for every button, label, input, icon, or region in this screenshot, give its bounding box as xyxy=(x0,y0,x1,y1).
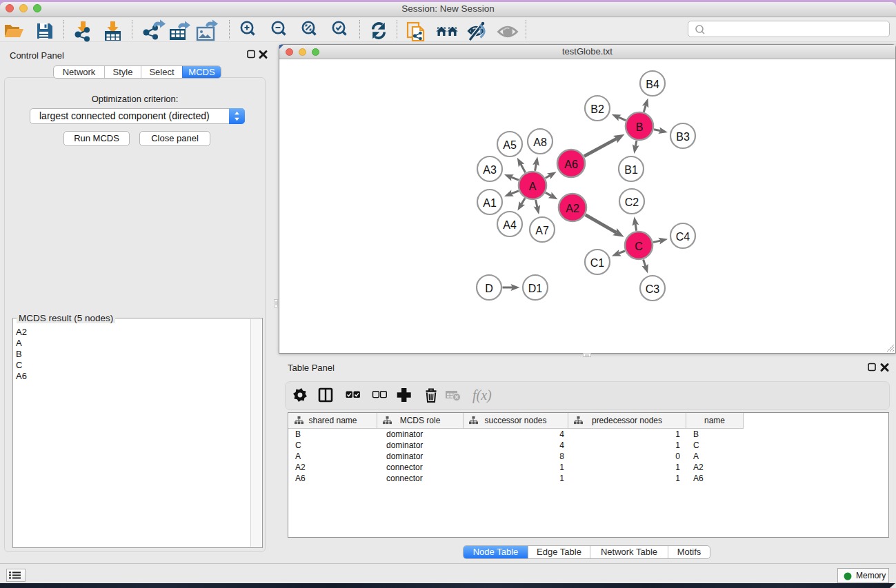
svg-text:D1: D1 xyxy=(528,283,543,294)
svg-text:B: B xyxy=(636,121,644,133)
svg-text:D: D xyxy=(485,283,493,294)
svg-text:B4: B4 xyxy=(646,79,659,90)
svg-text:A8: A8 xyxy=(533,136,547,148)
svg-text:C: C xyxy=(635,241,643,252)
svg-text:B3: B3 xyxy=(676,131,690,143)
svg-text:C3: C3 xyxy=(646,283,660,295)
svg-text:B2: B2 xyxy=(590,103,604,115)
svg-text:B1: B1 xyxy=(624,164,638,176)
svg-text:A: A xyxy=(529,181,537,192)
svg-text:A2: A2 xyxy=(566,203,579,214)
svg-text:A1: A1 xyxy=(483,197,497,209)
svg-text:A4: A4 xyxy=(503,219,517,231)
svg-text:A7: A7 xyxy=(535,225,549,236)
svg-text:A3: A3 xyxy=(483,164,497,176)
svg-text:A5: A5 xyxy=(503,139,517,151)
svg-text:A6: A6 xyxy=(564,159,578,170)
svg-text:C1: C1 xyxy=(590,257,605,269)
svg-text:C2: C2 xyxy=(625,196,639,208)
svg-text:f(x): f(x) xyxy=(472,387,492,403)
svg-text:C4: C4 xyxy=(676,231,690,243)
